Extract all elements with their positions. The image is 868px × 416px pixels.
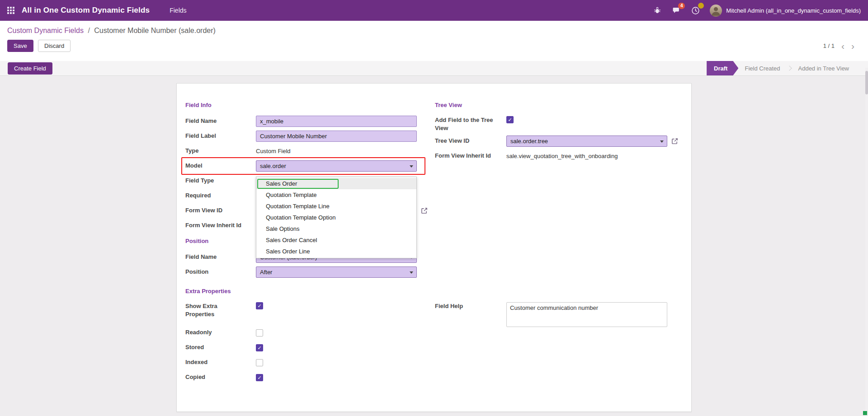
dropdown-option-sale-options[interactable]: Sale Options	[256, 223, 416, 234]
field-name-row: Field Name	[185, 114, 435, 129]
tree-view-id-row: Tree View ID sale.order.tree	[435, 134, 683, 149]
position-row: Position After	[185, 265, 435, 280]
model-label: Model	[185, 162, 256, 170]
tree-form-view-inherit-row: Form View Inherit Id sale.view_quotation…	[435, 149, 683, 164]
form-sheet: Field Info Field Name Field Label Type	[176, 83, 692, 412]
user-name: Mitchell Admin (all_in_one_dynamic_custo…	[726, 7, 861, 14]
status-separator-icon	[787, 65, 792, 70]
form-view-id-label: Form View ID	[185, 206, 256, 215]
statusbar: Create Field Draft Field Created Added i…	[0, 61, 868, 76]
dropdown-option-quotation-template-line[interactable]: Quotation Template Line	[256, 201, 416, 212]
tree-form-view-inherit-value: sale.view_quotation_tree_with_onboarding	[506, 153, 618, 159]
discard-button[interactable]: Discard	[38, 40, 71, 52]
apps-grid-icon[interactable]	[7, 7, 14, 14]
tree-view-id-external-link-icon[interactable]	[671, 138, 678, 145]
breadcrumb-parent-link[interactable]: Custom Dynamic Fields	[7, 27, 84, 34]
activity-badge	[698, 3, 704, 9]
stored-row: Stored	[185, 340, 435, 355]
show-extra-row: Show Extra Properties	[185, 300, 435, 325]
debug-bug-icon[interactable]	[653, 6, 662, 15]
messages-icon[interactable]: 4	[672, 6, 681, 15]
field-label-label: Field Label	[185, 132, 256, 140]
show-extra-checkbox[interactable]	[256, 302, 263, 309]
dropdown-option-sales-order-line[interactable]: Sales Order Line	[256, 246, 416, 257]
indexed-row: Indexed	[185, 355, 435, 370]
add-field-tree-row: Add Field to the Tree View	[435, 114, 683, 134]
extra-properties-section: Extra Properties Show Extra Properties R…	[185, 288, 683, 385]
status-state-added-in-tree-view[interactable]: Added in Tree View	[792, 61, 856, 75]
model-dropdown: Sales Order Quotation Template Quotation…	[256, 177, 417, 258]
position-field-name-label: Field Name	[185, 253, 256, 261]
indexed-label: Indexed	[185, 358, 256, 366]
green-highlight-box: Sales Order	[257, 179, 339, 189]
status-pipeline: Draft Field Created Added in Tree View	[707, 61, 855, 75]
add-field-tree-label: Add Field to the Tree View	[435, 116, 506, 132]
extra-properties-heading: Extra Properties	[185, 288, 683, 294]
stored-checkbox[interactable]	[256, 344, 263, 351]
stored-label: Stored	[185, 343, 256, 351]
breadcrumb-current: Customer Mobile Number (sale.order)	[94, 27, 216, 34]
dropdown-option-sales-order-cancel[interactable]: Sales Order Cancel	[256, 234, 416, 246]
pager: 1 / 1 ‹ ›	[823, 41, 854, 51]
field-info-section: Field Info Field Name Field Label Type	[185, 102, 435, 280]
pager-next-icon[interactable]: ›	[851, 41, 854, 51]
tree-form-view-inherit-label: Form View Inherit Id	[435, 152, 506, 160]
dropdown-option-sales-order[interactable]: Sales Order	[256, 178, 416, 189]
save-button[interactable]: Save	[7, 40, 33, 52]
app-title[interactable]: All in One Custom Dynamic Fields	[22, 6, 150, 15]
user-avatar	[710, 5, 722, 17]
readonly-checkbox[interactable]	[256, 329, 263, 337]
position-label: Position	[185, 268, 256, 276]
show-extra-label: Show Extra Properties	[185, 302, 256, 318]
field-label-row: Field Label	[185, 129, 435, 144]
indexed-checkbox[interactable]	[256, 359, 263, 366]
pager-counter: 1 / 1	[823, 42, 835, 49]
menu-item-fields[interactable]: Fields	[170, 7, 186, 14]
copied-checkbox[interactable]	[256, 374, 263, 381]
control-panel: Custom Dynamic Fields / Customer Mobile …	[0, 21, 868, 61]
status-state-draft[interactable]: Draft	[707, 61, 738, 75]
field-info-heading: Field Info	[185, 102, 435, 108]
messages-badge: 4	[678, 3, 685, 9]
required-label: Required	[185, 192, 256, 200]
top-navbar: All in One Custom Dynamic Fields Fields …	[0, 0, 868, 21]
breadcrumb: Custom Dynamic Fields / Customer Mobile …	[7, 27, 861, 35]
activity-clock-icon[interactable]	[691, 6, 700, 15]
scrollbar-thumb[interactable]	[865, 71, 868, 94]
tree-view-id-label: Tree View ID	[435, 137, 506, 145]
model-row: Model sale.order Sales Order Quotation T…	[185, 159, 435, 173]
field-help-row: Field Help Customer communication number	[435, 300, 683, 327]
dropdown-option-quotation-template[interactable]: Quotation Template	[256, 189, 416, 201]
dropdown-option-quotation-template-option[interactable]: Quotation Template Option	[256, 212, 416, 223]
status-state-field-created[interactable]: Field Created	[738, 61, 786, 75]
user-menu[interactable]: Mitchell Admin (all_in_one_dynamic_custo…	[710, 5, 861, 17]
type-value: Custom Field	[256, 148, 291, 154]
field-type-label: Field Type	[185, 177, 256, 185]
copied-label: Copied	[185, 373, 256, 381]
corner-indicator	[863, 411, 867, 415]
vertical-scrollbar[interactable]	[865, 68, 868, 416]
create-field-button[interactable]: Create Field	[8, 62, 52, 75]
type-row: Type Custom Field	[185, 144, 435, 159]
type-label: Type	[185, 147, 256, 155]
add-field-tree-checkbox[interactable]	[506, 116, 514, 123]
dropdown-option-label: Sales Order	[266, 180, 297, 187]
field-help-label: Field Help	[435, 302, 506, 310]
readonly-label: Readonly	[185, 328, 256, 337]
field-label-input[interactable]	[256, 131, 417, 142]
field-name-input[interactable]	[256, 116, 417, 127]
field-help-textarea[interactable]: Customer communication number	[506, 302, 667, 327]
form-action-buttons: Save Discard	[7, 40, 71, 52]
tree-view-section: Tree View Add Field to the Tree View Tre…	[435, 102, 683, 280]
tree-view-id-select[interactable]: sale.order.tree	[506, 136, 667, 147]
systray: 4 Mitchell Admin (all_in_one_dynamic_cus…	[653, 5, 861, 17]
form-view-inherit-id-label: Form View Inherit Id	[185, 221, 256, 229]
tree-view-heading: Tree View	[435, 102, 683, 108]
breadcrumb-separator: /	[88, 27, 90, 34]
form-view-id-external-link-icon[interactable]	[421, 207, 428, 214]
position-select[interactable]: After	[256, 266, 417, 278]
pager-previous-icon[interactable]: ‹	[841, 41, 844, 51]
field-name-label: Field Name	[185, 117, 256, 125]
copied-row: Copied	[185, 370, 435, 385]
model-select[interactable]: sale.order	[256, 160, 417, 172]
